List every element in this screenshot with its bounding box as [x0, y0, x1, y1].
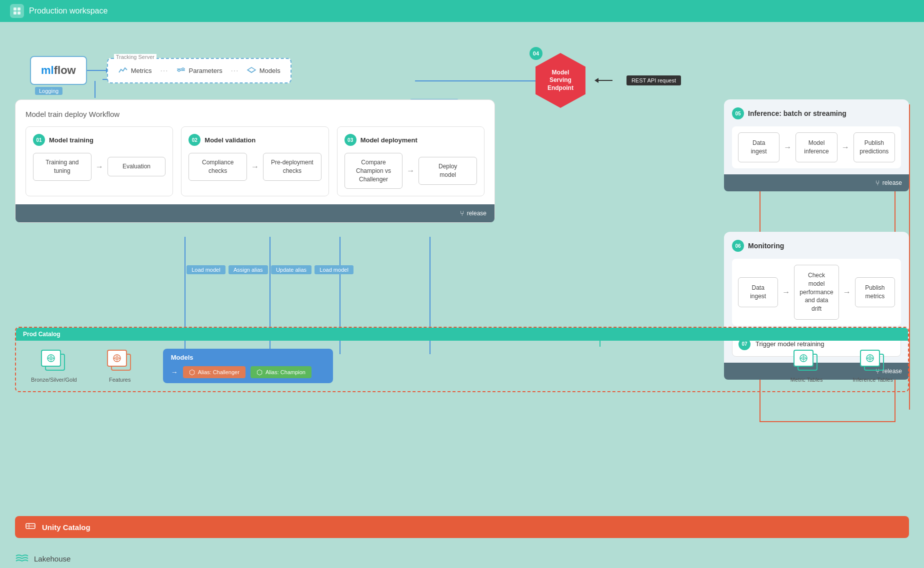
model-validation-title: Model validation — [204, 136, 256, 144]
bronze-label: Bronze/Silver/Gold — [31, 377, 77, 383]
metric-tables-label: Metric Tables — [790, 377, 823, 383]
model-deployment-header: 03 Model deployment — [344, 134, 477, 146]
red-border-line — [909, 104, 910, 409]
model-serving-hexagon-container: 04 ModelServingEndpoint REST API request — [536, 53, 681, 108]
lakehouse-icon — [15, 552, 29, 565]
monitoring-data-ingest-label: Data ingest — [750, 284, 766, 300]
publish-predictions-box: Publish predictions — [854, 132, 895, 162]
deployment-arrow: → — [406, 166, 414, 175]
pre-deployment-label: Pre-deployment checks — [271, 159, 314, 174]
compare-models-label: Compare Champion vs Challenger — [356, 159, 391, 183]
step-01-badge: 01 — [33, 134, 45, 146]
monitoring-title: Monitoring — [748, 242, 784, 250]
step-03-badge: 03 — [344, 134, 356, 146]
lakehouse-icon-svg — [15, 552, 29, 563]
features-table-icon-svg — [110, 353, 124, 364]
svg-rect-3 — [18, 11, 20, 14]
alias-arrow-icon: → — [171, 368, 178, 376]
features-table-fg — [107, 350, 127, 367]
models-aliases: → ⬡ Alias: Challenger ⬡ Alias: Champion — [171, 366, 325, 378]
parameters-label: Parameters — [189, 67, 222, 74]
mlflow-section: Logging mlflow Tracking Server Metrics ⋯ — [30, 56, 292, 85]
deploy-model-box: Deploy model — [418, 157, 477, 185]
alias-champion-badge: ⬡ Alias: Champion — [250, 366, 312, 378]
check-model-performance-label: Check model performance and data drift — [800, 272, 833, 312]
lakehouse-title: Lakehouse — [34, 555, 70, 563]
model-training-title: Model training — [49, 136, 94, 144]
features-label: Features — [109, 377, 130, 383]
champion-icon: ⬡ — [256, 368, 262, 376]
models-label: Models — [260, 67, 280, 74]
mlflow-logo-box: mlflow — [30, 56, 87, 85]
model-serving-container: 04 ModelServingEndpoint REST API request — [536, 53, 681, 108]
workspace-title: Production workspace — [29, 6, 108, 15]
step-06-badge: 06 — [732, 240, 744, 252]
model-training-header: 01 Model training — [33, 134, 166, 146]
inference-title: Inference: batch or streaming — [748, 109, 846, 117]
git-icon-workflow: ⑂ — [460, 209, 464, 217]
metrics-label: Metrics — [131, 67, 152, 74]
challenger-label: Alias: Challenger — [198, 369, 240, 375]
inference-tables-item: Inference Tables — [852, 350, 893, 383]
model-validation-header: 02 Model validation — [188, 134, 321, 146]
publish-predictions-label: Publish predictions — [860, 139, 888, 155]
inference-steps: Data ingest → Model inference → Publish … — [732, 126, 901, 168]
git-icon-inference: ⑂ — [876, 179, 880, 187]
deploy-model-label: Deploy model — [438, 163, 457, 178]
inference-release-text: release — [882, 179, 902, 186]
lakehouse-bar: Lakehouse — [15, 552, 70, 565]
mlflow-logo: mlflow — [41, 64, 76, 77]
inference-tables-icon-container — [860, 350, 886, 373]
workflow-release-text: release — [467, 210, 486, 217]
workflow-release-label: ⑂ release — [460, 209, 486, 217]
parameters-icon — [176, 66, 186, 74]
unity-catalog-title: Unity Catalog — [42, 523, 90, 532]
prod-catalog-outer: Prod Catalog Bronze/Silver/Go — [15, 327, 909, 392]
unity-catalog-icon — [25, 521, 36, 534]
model-deployment-steps: Compare Champion vs Challenger → Deploy … — [344, 153, 477, 189]
monitoring-arrow-1: → — [782, 288, 790, 297]
top-bar: Production workspace — [0, 0, 924, 22]
inference-release-label: ⑂ release — [876, 179, 902, 187]
workflow-sections: 01 Model training Training and tuning → … — [26, 126, 484, 196]
inference-tables-label: Inference Tables — [852, 377, 893, 383]
svg-rect-1 — [18, 7, 20, 10]
model-validation-steps: Compliance checks → Pre-deployment check… — [188, 153, 321, 181]
inference-panel: 05 Inference: batch or streaming Data in… — [724, 99, 909, 191]
model-validation-section: 02 Model validation Compliance checks → … — [181, 126, 328, 196]
publish-metrics-label: Publish metrics — [865, 284, 884, 300]
monitoring-header: 06 Monitoring — [732, 240, 901, 252]
workflow-area: Model train deploy Workflow 01 Model tra… — [15, 99, 495, 223]
model-training-section: 01 Model training Training and tuning → … — [26, 126, 173, 196]
logging-badge-container: Logging — [35, 86, 62, 95]
rest-api-arrow — [598, 80, 612, 81]
check-model-performance-box: Check model performance and data drift — [794, 265, 838, 320]
parameters-item: Parameters — [176, 66, 222, 74]
metric-tables-icon-svg — [796, 353, 810, 364]
inference-arrow-1: → — [784, 143, 792, 152]
training-tuning-label: Training and tuning — [46, 159, 78, 174]
training-tuning-box: Training and tuning — [33, 153, 92, 181]
evaluation-box: Evaluation — [108, 157, 166, 176]
tracking-server-box: Tracking Server Metrics ⋯ Parameters ⋯ — [107, 58, 292, 83]
inference-tables-fg — [860, 350, 880, 367]
compliance-checks-label: Compliance checks — [202, 159, 234, 174]
logging-badge: Logging — [35, 87, 62, 95]
metric-tables-item: Metric Tables — [790, 350, 823, 383]
metric-tables-fg — [794, 350, 814, 367]
compliance-checks-box: Compliance checks — [188, 153, 247, 181]
workflow-release-bar: ⑂ release — [16, 204, 494, 222]
inference-data-ingest-box: Data ingest — [738, 132, 780, 162]
svg-rect-0 — [14, 7, 16, 10]
models-box: Models → ⬡ Alias: Challenger ⬡ Alias: Ch… — [163, 349, 333, 383]
svg-point-14 — [178, 69, 180, 71]
svg-point-17 — [182, 68, 184, 70]
metrics-icon — [118, 66, 128, 74]
prod-catalog-header: Prod Catalog — [16, 328, 908, 341]
update-alias-badge: Update alias — [271, 265, 312, 274]
inference-arrow-2: → — [842, 143, 850, 152]
compare-models-box: Compare Champion vs Challenger — [344, 153, 403, 189]
alias-challenger-badge: ⬡ Alias: Challenger — [183, 366, 246, 378]
features-item: Features — [107, 350, 133, 383]
model-training-steps: Training and tuning → Evaluation — [33, 153, 166, 181]
